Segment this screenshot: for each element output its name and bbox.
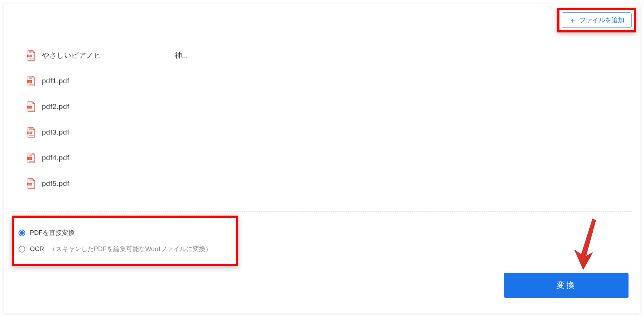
add-file-highlight-box: ＋ ファイルを追加: [557, 8, 636, 32]
options-highlight-box: PDFを直接変換 OCR （スキャンしたPDFを編集可能なWordファイルに変換…: [12, 216, 238, 266]
footer: PDFを直接変換 OCR （スキャンしたPDFを編集可能なWordファイルに変換…: [4, 212, 640, 313]
pdf-icon: PDF: [27, 178, 36, 189]
main-panel: ＋ ファイルを追加 PDF やさしいピアノヒ 神... PDF pdf1.pdf…: [4, 4, 640, 313]
svg-text:PDF: PDF: [28, 55, 32, 57]
pdf-icon: PDF: [27, 50, 36, 61]
radio-unselected-icon: [18, 246, 25, 253]
arrow-annotation-icon: [570, 217, 600, 270]
file-name: pdf5.pdf: [42, 179, 69, 188]
file-item[interactable]: PDF pdf4.pdf: [27, 145, 617, 171]
file-name-suffix: 神...: [175, 51, 188, 60]
file-name: pdf4.pdf: [42, 154, 69, 162]
radio-direct-label: PDFを直接変換: [30, 228, 75, 237]
file-item[interactable]: PDF pdf1.pdf: [27, 68, 617, 94]
radio-selected-icon: [18, 230, 25, 236]
add-file-button[interactable]: ＋ ファイルを追加: [562, 12, 632, 28]
svg-text:PDF: PDF: [28, 183, 32, 185]
radio-ocr-label: OCR （スキャンしたPDFを編集可能なWordファイルに変換）: [30, 245, 212, 253]
plus-icon: ＋: [569, 17, 576, 24]
pdf-icon: PDF: [27, 127, 36, 138]
pdf-icon: PDF: [27, 153, 36, 163]
file-name: やさしいピアノヒ: [42, 51, 101, 60]
file-name: pdf3.pdf: [42, 128, 69, 136]
file-item[interactable]: PDF pdf5.pdf: [27, 171, 617, 196]
convert-button[interactable]: 変換: [504, 273, 629, 298]
file-name: pdf1.pdf: [42, 77, 69, 85]
file-item[interactable]: PDF pdf2.pdf: [27, 94, 617, 119]
file-list: PDF やさしいピアノヒ 神... PDF pdf1.pdf PDF pdf2.…: [4, 35, 640, 211]
add-file-label: ファイルを追加: [579, 16, 624, 25]
svg-text:PDF: PDF: [28, 81, 32, 83]
file-item[interactable]: PDF やさしいピアノヒ 神...: [27, 43, 617, 68]
pdf-icon: PDF: [27, 76, 36, 86]
file-name: pdf2.pdf: [42, 103, 69, 111]
svg-text:PDF: PDF: [28, 132, 32, 134]
svg-text:PDF: PDF: [28, 158, 32, 160]
radio-ocr-convert[interactable]: OCR （スキャンしたPDFを編集可能なWordファイルに変換）: [18, 241, 228, 257]
radio-ocr-detail: （スキャンしたPDFを編集可能なWordファイルに変換）: [49, 245, 212, 253]
pdf-icon: PDF: [27, 101, 36, 112]
convert-label: 変換: [556, 280, 576, 290]
svg-text:PDF: PDF: [28, 106, 32, 109]
radio-direct-convert[interactable]: PDFを直接変換: [18, 225, 228, 241]
header: ＋ ファイルを追加: [4, 4, 640, 35]
file-item[interactable]: PDF pdf3.pdf: [27, 119, 617, 145]
